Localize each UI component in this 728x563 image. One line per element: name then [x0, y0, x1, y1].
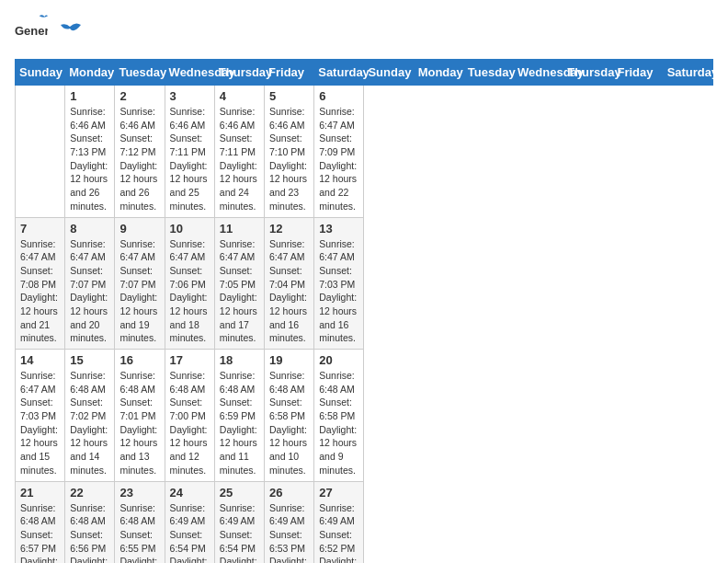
calendar-cell: 20Sunrise: 6:48 AM Sunset: 6:58 PM Dayli…	[314, 350, 364, 482]
day-number: 1	[70, 89, 109, 103]
day-info: Sunrise: 6:48 AM Sunset: 7:00 PM Dayligh…	[170, 369, 210, 477]
day-number: 4	[220, 89, 259, 103]
day-number: 16	[119, 353, 159, 367]
calendar-cell: 19Sunrise: 6:48 AM Sunset: 6:58 PM Dayli…	[265, 350, 314, 482]
calendar-header-row: SundayMondayTuesdayWednesdayThursdayFrid…	[16, 60, 713, 86]
day-number: 13	[319, 222, 358, 236]
logo-icon: General	[15, 15, 48, 48]
day-info: Sunrise: 6:48 AM Sunset: 6:59 PM Dayligh…	[220, 369, 259, 477]
day-number: 14	[20, 353, 60, 367]
calendar-cell: 7Sunrise: 6:47 AM Sunset: 7:08 PM Daylig…	[16, 217, 65, 350]
calendar-cell: 18Sunrise: 6:48 AM Sunset: 6:59 PM Dayli…	[214, 350, 264, 482]
calendar-cell: 16Sunrise: 6:48 AM Sunset: 7:01 PM Dayli…	[115, 350, 165, 482]
day-info: Sunrise: 6:49 AM Sunset: 6:54 PM Dayligh…	[170, 501, 210, 564]
day-info: Sunrise: 6:47 AM Sunset: 7:03 PM Dayligh…	[319, 237, 358, 346]
calendar-header-saturday: Saturday	[663, 60, 712, 86]
day-number: 18	[220, 353, 259, 367]
day-info: Sunrise: 6:49 AM Sunset: 6:53 PM Dayligh…	[269, 501, 309, 564]
day-info: Sunrise: 6:47 AM Sunset: 7:07 PM Dayligh…	[119, 237, 159, 346]
day-number: 2	[119, 89, 159, 103]
day-info: Sunrise: 6:46 AM Sunset: 7:12 PM Dayligh…	[119, 105, 159, 213]
calendar-cell: 9Sunrise: 6:47 AM Sunset: 7:07 PM Daylig…	[115, 217, 165, 350]
day-info: Sunrise: 6:47 AM Sunset: 7:07 PM Dayligh…	[70, 237, 109, 346]
day-info: Sunrise: 6:48 AM Sunset: 6:56 PM Dayligh…	[70, 501, 109, 564]
calendar-header-monday: Monday	[414, 60, 463, 86]
calendar-header-saturday: Saturday	[314, 60, 364, 86]
calendar-cell: 1Sunrise: 6:46 AM Sunset: 7:13 PM Daylig…	[65, 86, 115, 218]
calendar-cell: 25Sunrise: 6:49 AM Sunset: 6:54 PM Dayli…	[214, 481, 264, 563]
day-info: Sunrise: 6:49 AM Sunset: 6:52 PM Dayligh…	[319, 501, 358, 564]
day-info: Sunrise: 6:48 AM Sunset: 7:01 PM Dayligh…	[119, 369, 159, 477]
calendar-table: SundayMondayTuesdayWednesdayThursdayFrid…	[15, 59, 713, 563]
page-header: General	[15, 15, 713, 48]
svg-text:General: General	[15, 24, 48, 38]
calendar-cell: 17Sunrise: 6:48 AM Sunset: 7:00 PM Dayli…	[165, 350, 214, 482]
day-info: Sunrise: 6:46 AM Sunset: 7:13 PM Dayligh…	[70, 105, 109, 213]
calendar-cell: 5Sunrise: 6:46 AM Sunset: 7:10 PM Daylig…	[265, 86, 314, 218]
calendar-cell: 26Sunrise: 6:49 AM Sunset: 6:53 PM Dayli…	[265, 481, 314, 563]
calendar-cell: 6Sunrise: 6:47 AM Sunset: 7:09 PM Daylig…	[314, 86, 364, 218]
day-number: 8	[70, 222, 109, 236]
calendar-week-row: 1Sunrise: 6:46 AM Sunset: 7:13 PM Daylig…	[16, 86, 713, 218]
day-number: 7	[20, 222, 60, 236]
calendar-cell: 2Sunrise: 6:46 AM Sunset: 7:12 PM Daylig…	[115, 86, 165, 218]
calendar-cell: 10Sunrise: 6:47 AM Sunset: 7:06 PM Dayli…	[165, 217, 214, 350]
day-info: Sunrise: 6:46 AM Sunset: 7:11 PM Dayligh…	[170, 105, 210, 213]
day-info: Sunrise: 6:48 AM Sunset: 6:58 PM Dayligh…	[269, 369, 309, 477]
day-number: 22	[70, 486, 109, 500]
calendar-cell	[16, 86, 65, 218]
day-info: Sunrise: 6:47 AM Sunset: 7:03 PM Dayligh…	[20, 369, 60, 477]
day-number: 9	[119, 222, 159, 236]
day-info: Sunrise: 6:48 AM Sunset: 7:02 PM Dayligh…	[70, 369, 109, 477]
calendar-cell: 11Sunrise: 6:47 AM Sunset: 7:05 PM Dayli…	[214, 217, 264, 350]
calendar-header-sunday: Sunday	[16, 60, 65, 86]
day-number: 3	[170, 89, 210, 103]
calendar-cell: 22Sunrise: 6:48 AM Sunset: 6:56 PM Dayli…	[65, 481, 115, 563]
day-number: 12	[269, 222, 309, 236]
day-info: Sunrise: 6:48 AM Sunset: 6:55 PM Dayligh…	[119, 501, 159, 564]
day-number: 6	[319, 89, 358, 103]
day-number: 20	[319, 353, 358, 367]
day-number: 26	[269, 486, 309, 500]
calendar-header-friday: Friday	[265, 60, 314, 86]
calendar-header-wednesday: Wednesday	[514, 60, 563, 86]
day-info: Sunrise: 6:47 AM Sunset: 7:09 PM Dayligh…	[319, 105, 358, 213]
calendar-week-row: 21Sunrise: 6:48 AM Sunset: 6:57 PM Dayli…	[16, 481, 713, 563]
day-number: 24	[170, 486, 210, 500]
day-info: Sunrise: 6:47 AM Sunset: 7:06 PM Dayligh…	[170, 237, 210, 346]
calendar-header-monday: Monday	[65, 60, 115, 86]
calendar-cell: 21Sunrise: 6:48 AM Sunset: 6:57 PM Dayli…	[16, 481, 65, 563]
calendar-cell: 3Sunrise: 6:46 AM Sunset: 7:11 PM Daylig…	[165, 86, 214, 218]
day-info: Sunrise: 6:48 AM Sunset: 6:57 PM Dayligh…	[20, 501, 60, 564]
day-number: 17	[170, 353, 210, 367]
day-info: Sunrise: 6:47 AM Sunset: 7:04 PM Dayligh…	[269, 237, 309, 346]
day-info: Sunrise: 6:48 AM Sunset: 6:58 PM Dayligh…	[319, 369, 358, 477]
day-number: 5	[269, 89, 309, 103]
calendar-week-row: 7Sunrise: 6:47 AM Sunset: 7:08 PM Daylig…	[16, 217, 713, 350]
calendar-cell: 12Sunrise: 6:47 AM Sunset: 7:04 PM Dayli…	[265, 217, 314, 350]
day-number: 27	[319, 486, 358, 500]
calendar-cell: 14Sunrise: 6:47 AM Sunset: 7:03 PM Dayli…	[16, 350, 65, 482]
day-info: Sunrise: 6:47 AM Sunset: 7:08 PM Dayligh…	[20, 237, 60, 346]
calendar-header-tuesday: Tuesday	[463, 60, 513, 86]
calendar-cell: 27Sunrise: 6:49 AM Sunset: 6:52 PM Dayli…	[314, 481, 364, 563]
day-info: Sunrise: 6:49 AM Sunset: 6:54 PM Dayligh…	[220, 501, 259, 564]
logo-bird-icon	[55, 21, 83, 41]
day-number: 25	[220, 486, 259, 500]
day-number: 21	[20, 486, 60, 500]
calendar-header-friday: Friday	[613, 60, 663, 86]
day-number: 11	[220, 222, 259, 236]
day-number: 10	[170, 222, 210, 236]
day-info: Sunrise: 6:46 AM Sunset: 7:11 PM Dayligh…	[220, 105, 259, 213]
calendar-header-tuesday: Tuesday	[115, 60, 165, 86]
day-number: 19	[269, 353, 309, 367]
day-info: Sunrise: 6:47 AM Sunset: 7:05 PM Dayligh…	[220, 237, 259, 346]
calendar-header-sunday: Sunday	[364, 60, 414, 86]
calendar-cell: 13Sunrise: 6:47 AM Sunset: 7:03 PM Dayli…	[314, 217, 364, 350]
calendar-cell: 23Sunrise: 6:48 AM Sunset: 6:55 PM Dayli…	[115, 481, 165, 563]
calendar-header-thursday: Thursday	[563, 60, 613, 86]
calendar-header-thursday: Thursday	[214, 60, 264, 86]
day-number: 23	[119, 486, 159, 500]
calendar-cell: 24Sunrise: 6:49 AM Sunset: 6:54 PM Dayli…	[165, 481, 214, 563]
day-info: Sunrise: 6:46 AM Sunset: 7:10 PM Dayligh…	[269, 105, 309, 213]
